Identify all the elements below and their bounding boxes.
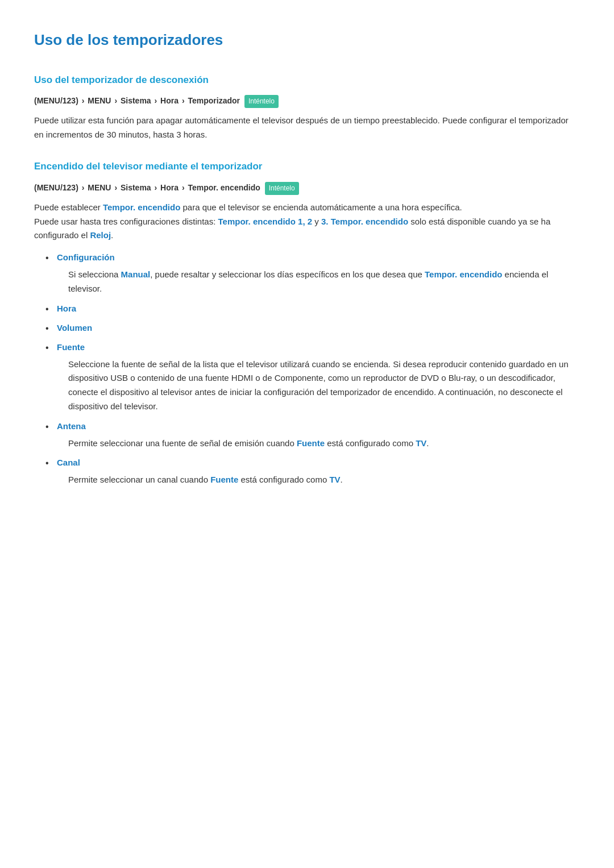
sub-canal-bold2: TV [329, 475, 340, 484]
bullet-title-configuracion: Configuración [57, 252, 115, 262]
sub-configuracion: Si selecciona Manual, puede resaltar y s… [68, 268, 580, 296]
section1-breadcrumb: (MENU/123) › MENU › Sistema › Hora › Tem… [34, 94, 580, 108]
chevron-icon: › [82, 183, 85, 192]
chevron-icon: › [82, 96, 85, 105]
list-item-volumen: Volumen [45, 321, 580, 335]
intro-text2d: . [111, 230, 113, 240]
chevron-icon: › [182, 96, 185, 105]
chevron-icon: › [114, 183, 117, 192]
section2-intro: Puede establecer Tempor. encendido para … [34, 201, 580, 243]
chevron-icon: › [182, 183, 185, 192]
bullet-title-fuente: Fuente [57, 342, 85, 352]
intro-text1b: para que el televisor se encienda automá… [180, 202, 462, 212]
sub-antena-bold2: TV [416, 438, 426, 448]
breadcrumb-prefix2: (MENU/123) [34, 183, 78, 192]
sub-canal-text1: Permite seleccionar un canal cuando [68, 475, 210, 484]
sub-text2: , puede resaltar y seleccionar los días … [150, 269, 425, 279]
sub-canal: Permite seleccionar un canal cuando Fuen… [68, 473, 580, 487]
bullet-title-volumen: Volumen [57, 323, 92, 333]
sub-text1: Si selecciona [68, 269, 121, 279]
intentelo-badge2[interactable]: Inténtelo [265, 182, 299, 195]
sub-antena: Permite seleccionar una fuente de señal … [68, 437, 580, 451]
breadcrumb-hora: Hora [160, 96, 179, 105]
sub-antena-text1: Permite seleccionar una fuente de señal … [68, 438, 297, 448]
sub-bold-tempor: Tempor. encendido [425, 269, 502, 279]
page-title: Uso de los temporizadores [34, 28, 580, 52]
sub-antena-text3: . [426, 438, 429, 448]
sub-canal-text3: . [341, 475, 343, 484]
bullet-title-hora: Hora [57, 304, 76, 313]
list-item-canal: Canal Permite seleccionar un canal cuand… [45, 456, 580, 487]
breadcrumb-tempor-encendido: Tempor. encendido [188, 183, 260, 192]
breadcrumb-temporizador: Temporizador [188, 96, 240, 105]
intro-bold4: Reloj [90, 230, 111, 240]
sub-canal-bold1: Fuente [210, 475, 238, 484]
breadcrumb-menu: MENU [88, 96, 111, 105]
breadcrumb-hora2: Hora [160, 183, 179, 192]
sub-fuente: Seleccione la fuente de señal de la list… [68, 358, 580, 414]
chevron-icon: › [155, 183, 157, 192]
list-item-fuente: Fuente Seleccione la fuente de señal de … [45, 340, 580, 414]
section2-title: Encendido del televisor mediante el temp… [34, 159, 580, 174]
intro-bold3: 3. Tempor. encendido [321, 217, 408, 226]
intro-bold2: Tempor. encendido 1, 2 [218, 217, 313, 226]
bullet-title-canal: Canal [57, 458, 80, 467]
intro-text2: Puede usar hasta tres configuraciones di… [34, 217, 218, 226]
section1-title: Uso del temporizador de desconexión [34, 72, 580, 88]
sub-antena-bold1: Fuente [297, 438, 325, 448]
sub-bold-manual: Manual [121, 269, 151, 279]
breadcrumb-sistema2: Sistema [121, 183, 151, 192]
list-item-hora: Hora [45, 302, 580, 315]
intro-text1: Puede establecer [34, 202, 103, 212]
section2-breadcrumb: (MENU/123) › MENU › Sistema › Hora › Tem… [34, 181, 580, 195]
section-desconexion: Uso del temporizador de desconexión (MEN… [34, 72, 580, 142]
list-item-configuracion: Configuración Si selecciona Manual, pued… [45, 251, 580, 296]
chevron-icon: › [114, 96, 117, 105]
sub-antena-text2: está configurado como [325, 438, 416, 448]
intro-text2b: y [312, 217, 321, 226]
bullet-list: Configuración Si selecciona Manual, pued… [45, 251, 580, 487]
chevron-icon: › [155, 96, 157, 105]
section-encendido: Encendido del televisor mediante el temp… [34, 159, 580, 487]
list-item-antena: Antena Permite seleccionar una fuente de… [45, 420, 580, 451]
section1-paragraph: Puede utilizar esta función para apagar … [34, 114, 580, 142]
breadcrumb-prefix: (MENU/123) [34, 96, 78, 105]
breadcrumb-menu2: MENU [88, 183, 111, 192]
breadcrumb-sistema: Sistema [121, 96, 151, 105]
intentelo-badge[interactable]: Inténtelo [244, 95, 279, 108]
sub-canal-text2: está configurado como [238, 475, 329, 484]
intro-bold1: Tempor. encendido [103, 202, 180, 212]
bullet-title-antena: Antena [57, 421, 86, 431]
